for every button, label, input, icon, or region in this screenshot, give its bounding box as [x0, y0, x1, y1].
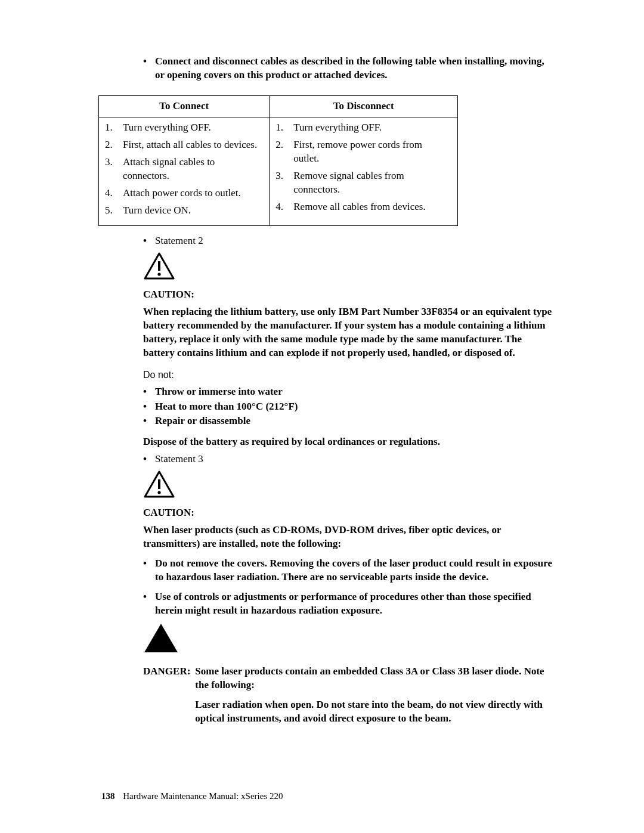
- bullet-icon: •: [143, 400, 147, 413]
- statement-2-body: When replacing the lithium battery, use …: [143, 305, 555, 360]
- list-item: 1.Turn everything OFF.: [105, 121, 263, 138]
- danger-body: Laser radiation when open. Do not stare …: [195, 698, 555, 726]
- bullet-icon: •: [143, 385, 147, 398]
- bullet-icon: •: [143, 453, 147, 466]
- svg-rect-4: [158, 479, 160, 489]
- danger-label: DANGER:: [143, 665, 190, 729]
- bullet-icon: •: [143, 55, 147, 68]
- caution-label: CAUTION:: [143, 506, 555, 520]
- statement-2: • Statement 2 CAUTION: When replacing th…: [143, 234, 555, 729]
- footer-title: Hardware Maintenance Manual: xSeries 220: [123, 791, 283, 801]
- caution-triangle-icon: [143, 470, 555, 503]
- svg-point-2: [157, 273, 160, 276]
- svg-point-5: [157, 491, 160, 494]
- page-number: 138: [101, 791, 115, 801]
- dispose-text: Dispose of the battery as required by lo…: [143, 435, 555, 449]
- col-disconnect-header: To Disconnect: [270, 95, 458, 117]
- list-item: •Use of controls or adjustments or perfo…: [143, 590, 555, 618]
- list-item: •Heat to more than 100°C (212°F): [143, 400, 555, 414]
- col-connect-header: To Connect: [99, 95, 270, 117]
- list-item: 2.First, remove power cords from outlet.: [275, 138, 451, 169]
- intro-bullet: • Connect and disconnect cables as descr…: [143, 55, 555, 82]
- list-item: 2.First, attach all cables to devices.: [105, 138, 263, 156]
- list-item: 3.Remove signal cables from connectors.: [275, 169, 451, 200]
- donot-heading: Do not:: [143, 368, 555, 382]
- danger-head: Some laser products contain an embedded …: [195, 665, 555, 692]
- statement-2-label: Statement 2: [155, 234, 203, 248]
- caution-label: CAUTION:: [143, 288, 555, 302]
- statement-3-bullets: •Do not remove the covers. Removing the …: [143, 557, 555, 618]
- bullet-icon: •: [143, 234, 147, 247]
- donot-list: •Throw or immerse into water •Heat to mo…: [143, 385, 555, 429]
- list-item: •Do not remove the covers. Removing the …: [143, 557, 555, 584]
- list-item: 5.Turn device ON.: [105, 204, 263, 221]
- page-footer: 138 Hardware Maintenance Manual: xSeries…: [101, 790, 283, 802]
- bullet-icon: •: [143, 557, 147, 570]
- list-item: •Repair or disassemble: [143, 414, 555, 428]
- disconnect-cell: 1.Turn everything OFF. 2.First, remove p…: [270, 117, 458, 226]
- svg-marker-6: [144, 624, 178, 652]
- danger-triangle-icon: [143, 623, 555, 658]
- connect-disconnect-table: To Connect To Disconnect 1.Turn everythi…: [98, 95, 458, 227]
- list-item: •Throw or immerse into water: [143, 385, 555, 399]
- bullet-icon: •: [143, 590, 147, 603]
- list-item: 4.Attach power cords to outlet.: [105, 187, 263, 204]
- list-item: 1.Turn everything OFF.: [275, 121, 451, 138]
- list-item: 3.Attach signal cables to connectors.: [105, 156, 263, 187]
- svg-rect-1: [158, 261, 160, 271]
- document-page: • Connect and disconnect cables as descr…: [101, 55, 555, 729]
- connect-cell: 1.Turn everything OFF. 2.First, attach a…: [99, 117, 270, 226]
- danger-block: DANGER: Some laser products contain an e…: [143, 665, 555, 729]
- statement-3-label: Statement 3: [155, 453, 203, 466]
- bullet-icon: •: [143, 414, 147, 428]
- statement-3-intro: When laser products (such as CD-ROMs, DV…: [143, 524, 555, 551]
- caution-triangle-icon: [143, 252, 555, 284]
- intro-section: • Connect and disconnect cables as descr…: [143, 55, 555, 82]
- list-item: 4.Remove all cables from devices.: [275, 200, 451, 218]
- intro-text: Connect and disconnect cables as describ…: [155, 55, 555, 82]
